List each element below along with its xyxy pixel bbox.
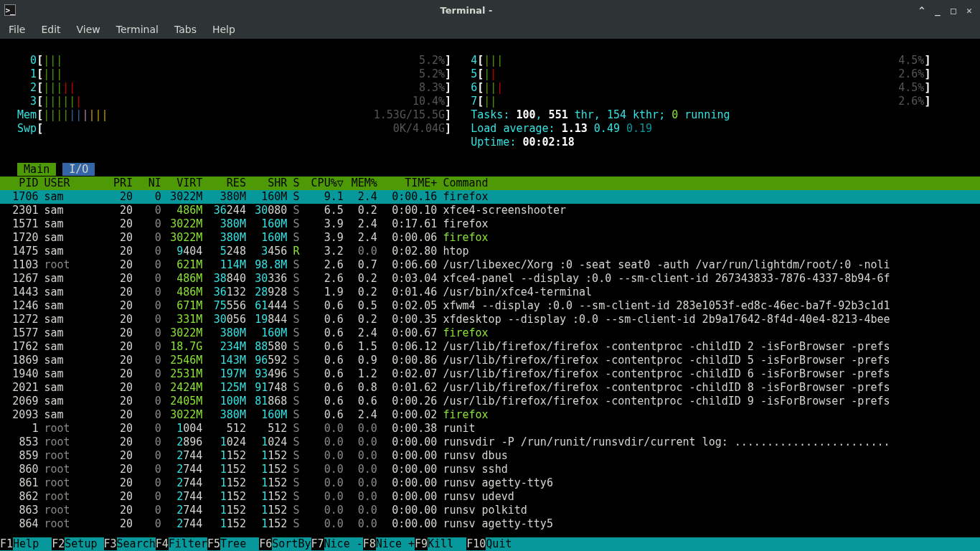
- fkey-label-f3[interactable]: Search: [117, 537, 156, 550]
- tab-main[interactable]: Main: [17, 163, 56, 176]
- menu-edit[interactable]: Edit: [41, 24, 60, 35]
- table-row[interactable]: 1720sam2003022M380M160MS3.92.40:00.06fir…: [0, 231, 980, 245]
- swp-value: 0K/4.04G: [393, 122, 445, 135]
- cpu-label-7: 7: [471, 95, 477, 108]
- window-up-icon[interactable]: ^: [917, 5, 927, 15]
- cpu-pct-2: 8.3%: [419, 81, 445, 94]
- table-row[interactable]: 1475sam200940452483456R3.20.00:02.80htop: [0, 245, 980, 258]
- fkey-label-f9[interactable]: Kill: [428, 537, 466, 550]
- col-pid[interactable]: PID: [0, 176, 41, 190]
- cpu-label-1: 1: [4, 67, 37, 80]
- table-row[interactable]: 1103root200621M114M98.8MS2.60.70:06.60/u…: [0, 258, 980, 272]
- fkey-label-f7[interactable]: Nice -: [324, 537, 363, 550]
- table-row[interactable]: 1267sam200486M3884030336S2.60.20:03.04xf…: [0, 272, 980, 286]
- cpu-meter-row-2: 2[||||| 8.3%] 6[||| 4.5%]: [4, 81, 976, 95]
- table-row[interactable]: 1762sam20018.7G234M88580S0.61.50:06.12/u…: [0, 340, 980, 354]
- uptime-value: 00:02:18: [522, 136, 574, 149]
- table-row[interactable]: 1940sam2002531M197M93496S0.61.20:02.07/u…: [0, 367, 980, 381]
- fkey-label-f4[interactable]: Filter: [169, 537, 207, 550]
- fkey-f2[interactable]: F2: [52, 537, 65, 550]
- col-cpu[interactable]: CPU%▽: [305, 176, 346, 190]
- table-row[interactable]: 2301sam200486M3624430080S6.50.20:00.10xf…: [0, 204, 980, 217]
- table-row[interactable]: 863root200274411521152S0.00.00:00.00runs…: [0, 504, 980, 517]
- menu-tabs[interactable]: Tabs: [174, 24, 197, 35]
- col-virt[interactable]: VIRT: [164, 176, 205, 190]
- table-row[interactable]: 853root200289610241024S0.00.00:00.00runs…: [0, 435, 980, 449]
- fkey-f7[interactable]: F7: [311, 537, 324, 550]
- window-maximize-icon[interactable]: □: [948, 5, 958, 15]
- fkey-label-f5[interactable]: Tree: [220, 537, 259, 550]
- uptime-row: Uptime: 00:02:18: [4, 136, 976, 149]
- terminal-icon: >_: [4, 4, 16, 16]
- table-row[interactable]: 861root200274411521152S0.00.00:00.00runs…: [0, 476, 980, 490]
- tasks-count: 100: [516, 108, 535, 121]
- fkey-label-f1[interactable]: Help: [13, 537, 52, 550]
- table-row[interactable]: 859root200274411521152S0.00.00:00.00runs…: [0, 449, 980, 463]
- col-time[interactable]: TIME+: [380, 176, 440, 190]
- menu-help[interactable]: Help: [212, 24, 235, 35]
- col-mem[interactable]: MEM%: [347, 176, 380, 190]
- load-1: 1.13: [562, 122, 594, 135]
- tab-io[interactable]: I/O: [62, 163, 95, 176]
- load-label: Load average:: [471, 122, 561, 135]
- fkey-f4[interactable]: F4: [156, 537, 169, 550]
- col-shr[interactable]: SHR: [249, 176, 290, 190]
- fkey-f9[interactable]: F9: [415, 537, 428, 550]
- load-15: 0.19: [626, 122, 652, 135]
- footer-bar: F1Help F2Setup F3SearchF4FilterF5Tree F6…: [0, 537, 980, 551]
- table-row[interactable]: 2093sam2003022M380M160MS0.62.40:00.02fir…: [0, 408, 980, 422]
- table-row[interactable]: 862root200274411521152S0.00.00:00.00runs…: [0, 490, 980, 504]
- cpu-label-5: 5: [471, 67, 477, 80]
- swp-label: Swp: [4, 122, 37, 135]
- window-close-icon[interactable]: ✕: [964, 5, 974, 15]
- threads-count: 551: [549, 108, 568, 121]
- cpu-meter-row-1: 1[||| 5.2%] 5[|| 2.6%]: [4, 67, 976, 81]
- window-minimize-icon[interactable]: _: [933, 5, 943, 15]
- menubar: FileEditViewTerminalTabsHelp: [0, 20, 980, 39]
- col-res[interactable]: RES: [205, 176, 249, 190]
- menu-file[interactable]: File: [9, 24, 25, 35]
- table-row[interactable]: 1272sam200331M3005619844S0.60.20:00.35xf…: [0, 313, 980, 326]
- col-s[interactable]: S: [290, 176, 305, 190]
- mem-label: Mem: [4, 108, 37, 121]
- fkey-f3[interactable]: F3: [104, 537, 117, 550]
- load-5: 0.49: [594, 122, 626, 135]
- table-row[interactable]: 860root200274411521152S0.00.00:00.00runs…: [0, 463, 980, 476]
- fkey-label-f2[interactable]: Setup: [65, 537, 103, 550]
- cpu-meter-row-0: 0[||| 5.2%] 4[||| 4.5%]: [4, 54, 976, 67]
- table-row[interactable]: 1577sam2003022M380M160MS0.62.40:00.67fir…: [0, 326, 980, 340]
- table-row[interactable]: 2069sam2002405M100M81868S0.60.60:00.26/u…: [0, 395, 980, 408]
- fkey-label-f6[interactable]: SortBy: [272, 537, 311, 550]
- table-row[interactable]: 1571sam2003022M380M160MS3.92.40:17.61fir…: [0, 217, 980, 231]
- terminal-body[interactable]: 0[||| 5.2%] 4[||| 4.5%] 1[|||: [0, 39, 980, 531]
- fkey-f5[interactable]: F5: [207, 537, 220, 550]
- col-pri[interactable]: PRI: [101, 176, 136, 190]
- uptime-label: Uptime:: [471, 136, 522, 149]
- fkey-f10[interactable]: F10: [466, 537, 486, 550]
- cpu-label-4: 4: [471, 54, 477, 67]
- table-row[interactable]: 1706sam2003022M380M160MS9.12.40:00.16fir…: [0, 190, 980, 204]
- table-row[interactable]: 2021sam2002424M125M91748S0.60.80:01.62/u…: [0, 381, 980, 395]
- table-header[interactable]: PIDUSERPRINIVIRTRESSHRSCPU%▽MEM%TIME+Com…: [0, 176, 980, 190]
- fkey-f1[interactable]: F1: [0, 537, 13, 550]
- table-row[interactable]: 1869sam2002546M143M96592S0.60.90:00.86/u…: [0, 354, 980, 367]
- col-user[interactable]: USER: [41, 176, 101, 190]
- process-table[interactable]: PIDUSERPRINIVIRTRESSHRSCPU%▽MEM%TIME+Com…: [0, 176, 980, 531]
- col-command[interactable]: Command: [440, 176, 980, 190]
- col-ni[interactable]: NI: [136, 176, 164, 190]
- fkey-f6[interactable]: F6: [259, 537, 272, 550]
- table-row[interactable]: 864root200274411521152S0.00.00:00.00runs…: [0, 517, 980, 531]
- table-row[interactable]: 1246sam200671M7555661444S0.60.50:02.05xf…: [0, 299, 980, 313]
- cpu-pct-6: 4.5%: [898, 81, 924, 94]
- table-row[interactable]: 1root2001004512512S0.00.00:00.38runit: [0, 422, 980, 435]
- mem-row: Mem[|||||||||| 1.53G/15.5G] Tasks: 100, …: [4, 108, 976, 122]
- mem-value: 1.53G/15.5G: [374, 108, 445, 121]
- fkey-label-f8[interactable]: Nice +: [376, 537, 415, 550]
- cpu-pct-1: 5.2%: [419, 67, 445, 80]
- fkey-label-f10[interactable]: Quit: [486, 537, 512, 550]
- cpu-label-2: 2: [4, 81, 37, 94]
- fkey-f8[interactable]: F8: [363, 537, 376, 550]
- menu-terminal[interactable]: Terminal: [116, 24, 159, 35]
- menu-view[interactable]: View: [77, 24, 100, 35]
- table-row[interactable]: 1443sam200486M3613228928S1.90.20:01.46/u…: [0, 286, 980, 299]
